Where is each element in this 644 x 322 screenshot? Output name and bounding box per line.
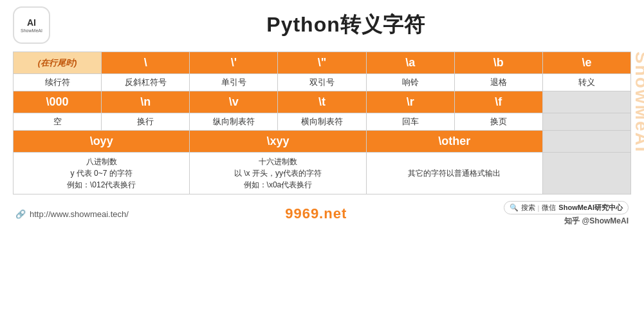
table-row-6: 八进制数 y 代表 0~7 的字符 例如：\012代表换行 十六进制数 以 \x… xyxy=(14,153,631,194)
table-row-2: 续行符 反斜杠符号 单引号 双引号 响铃 退格 转义 xyxy=(14,74,631,91)
search-separator: | xyxy=(538,204,540,212)
table-cell: \ xyxy=(102,52,190,74)
table-cell: \" xyxy=(278,52,366,74)
table-cell: 响铃 xyxy=(366,74,454,91)
table-cell: \t xyxy=(278,91,366,113)
search-brand: ShowMeAI研究中心 xyxy=(558,203,623,213)
table-cell xyxy=(542,91,630,113)
table-cell: \r xyxy=(366,91,454,113)
table-cell: 反斜杠符号 xyxy=(102,74,190,91)
table-cell: \n xyxy=(102,91,190,113)
table-cell: \v xyxy=(190,91,278,113)
table-desc-other: 其它的字符以普通格式输出 xyxy=(366,153,542,194)
table-cell xyxy=(542,113,630,131)
table-row-1: (在行尾时) \ \' \" \a \b \e xyxy=(14,52,631,74)
zhihu-prefix: 知乎 @ xyxy=(564,216,589,225)
table-row-4: 空 换行 纵向制表符 横向制表符 回车 换页 xyxy=(14,113,631,131)
table-cell: 横向制表符 xyxy=(278,113,366,131)
table-cell: \e xyxy=(542,52,630,74)
footer: 🔗 http://www.showmeai.tech/ 9969.net 🔍 搜… xyxy=(13,201,631,227)
search-weixin: 微信 xyxy=(542,203,556,213)
table-cell: \000 xyxy=(14,91,102,113)
zhihu-brand: ShowMeAI xyxy=(589,216,629,225)
escape-table: (在行尾时) \ \' \" \a \b \e 续行符 反斜杠符号 单引号 双引… xyxy=(13,52,631,194)
table-cell-empty2 xyxy=(542,153,630,194)
table-cell: \' xyxy=(190,52,278,74)
table-cell-empty xyxy=(542,131,630,153)
footer-left: 🔗 http://www.showmeai.tech/ xyxy=(15,209,129,219)
table-cell: \f xyxy=(454,91,542,113)
logo: AI ShowMeAI xyxy=(13,6,50,44)
page-title: Python转义字符 xyxy=(60,11,631,39)
cell-special: (在行尾时) xyxy=(14,52,102,74)
table-cell: \a xyxy=(366,52,454,74)
footer-center-text: 9969.net xyxy=(285,205,347,222)
table-cell: 纵向制表符 xyxy=(190,113,278,131)
table-cell-other: \other xyxy=(366,131,542,153)
logo-ai-text: AI xyxy=(27,18,36,27)
table-cell: 回车 xyxy=(366,113,454,131)
header: AI ShowMeAI Python转义字符 xyxy=(13,6,631,44)
search-icon: 🔍 xyxy=(510,204,519,212)
search-label: 搜索 xyxy=(521,203,535,213)
table-cell: 双引号 xyxy=(278,74,366,91)
table-cell: 续行符 xyxy=(14,74,102,91)
footer-url[interactable]: http://www.showmeai.tech/ xyxy=(30,209,129,219)
link-icon: 🔗 xyxy=(15,209,26,219)
table-row-3: \000 \n \v \t \r \f xyxy=(14,91,631,113)
page-wrapper: AI ShowMeAI Python转义字符 ShowMeAI (在行尾时) \… xyxy=(0,0,644,322)
table-cell: 单引号 xyxy=(190,74,278,91)
table-cell-xyy: \xyy xyxy=(190,131,366,153)
table-cell: 退格 xyxy=(454,74,542,91)
table-desc-hex: 十六进制数 以 \x 开头，yy代表的字符 例如：\x0a代表换行 xyxy=(190,153,366,194)
table-cell: 空 xyxy=(14,113,102,131)
footer-zhihu: 知乎 @ShowMeAI xyxy=(564,216,629,227)
table-cell: 换行 xyxy=(102,113,190,131)
footer-right: 🔍 搜索 | 微信 ShowMeAI研究中心 知乎 @ShowMeAI xyxy=(504,201,629,227)
table-cell: \b xyxy=(454,52,542,74)
table-desc-octal: 八进制数 y 代表 0~7 的字符 例如：\012代表换行 xyxy=(14,153,190,194)
table-cell: 转义 xyxy=(542,74,630,91)
table-cell: 换页 xyxy=(454,113,542,131)
search-bar[interactable]: 🔍 搜索 | 微信 ShowMeAI研究中心 xyxy=(504,201,629,214)
table-cell-oyy: \oyy xyxy=(14,131,190,153)
table-row-5: \oyy \xyy \other xyxy=(14,131,631,153)
logo-brand-text: ShowMeAI xyxy=(21,28,42,33)
